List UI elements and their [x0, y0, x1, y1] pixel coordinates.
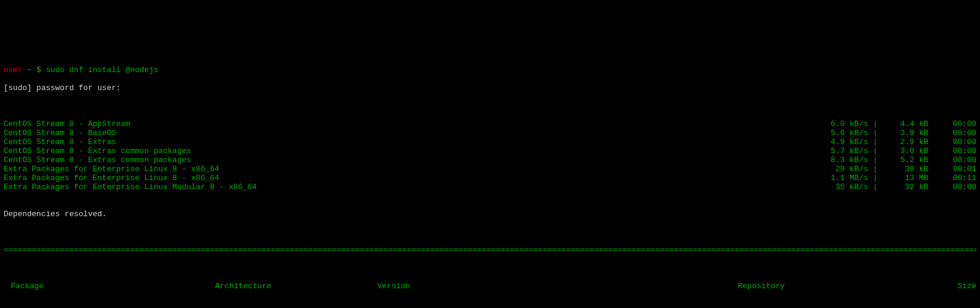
repo-name: CentOS Stream 8 - AppStream — [4, 119, 820, 128]
deps-resolved: Dependencies resolved. — [4, 210, 976, 219]
repo-speed: 6.0 kB/s — [820, 119, 868, 128]
repo-sep: | — [868, 128, 880, 137]
repo-time: 00:00 — [940, 156, 976, 165]
prompt-line: user ~ $ sudo dnf install @nodejs — [4, 56, 976, 74]
sudo-password-line: [sudo] password for user: — [4, 83, 976, 92]
repo-size: 5.2 kB — [880, 156, 940, 165]
repo-size: 2.9 kB — [880, 137, 940, 146]
repo-sep: | — [868, 183, 880, 192]
repo-size: 30 kB — [880, 165, 940, 174]
repo-row: Extra Packages for Enterprise Linux 8 - … — [4, 165, 976, 174]
repo-speed: 5.7 kB/s — [820, 146, 868, 156]
repo-sep: | — [868, 146, 880, 156]
repo-speed: 29 kB/s — [820, 165, 868, 174]
repo-time: 00:00 — [940, 137, 976, 146]
table-header: Package Architecture Version Repository … — [4, 282, 976, 291]
repo-row: CentOS Stream 8 - Extras4.9 kB/s | 2.9 k… — [4, 137, 976, 146]
repo-size: 4.4 kB — [880, 119, 940, 128]
header-package: Package — [11, 282, 215, 291]
repo-speed: 4.9 kB/s — [820, 137, 868, 146]
repo-name: Extra Packages for Enterprise Linux 8 - … — [4, 165, 820, 174]
repo-sep: | — [868, 119, 880, 128]
repo-row: CentOS Stream 8 - Extras common packages… — [4, 156, 976, 165]
repo-size: 3.9 kB — [880, 128, 940, 137]
repo-row: CentOS Stream 8 - BaseOS5.6 kB/s | 3.9 k… — [4, 128, 976, 137]
repo-sep: | — [868, 137, 880, 146]
repo-sep: | — [868, 156, 880, 165]
header-size: Size — [882, 282, 976, 291]
repo-sep: | — [868, 165, 880, 174]
repo-time: 00:00 — [940, 183, 976, 192]
repo-speed: 1.1 MB/s — [820, 174, 868, 183]
repo-name: CentOS Stream 8 - Extras common packages — [4, 146, 820, 156]
repo-size: 32 kB — [880, 183, 940, 192]
repo-speed: 5.6 kB/s — [820, 128, 868, 137]
prompt-dollar: $ — [37, 65, 41, 74]
header-repo: Repository — [738, 282, 882, 291]
header-version: Version — [377, 282, 738, 291]
repo-size: 3.0 kB — [880, 146, 940, 156]
repo-name: Extra Packages for Enterprise Linux 8 - … — [4, 174, 820, 183]
repo-name: Extra Packages for Enterprise Linux Modu… — [4, 183, 820, 192]
repo-size: 13 MB — [880, 174, 940, 183]
prompt-tilde: ~ — [27, 65, 32, 74]
repo-time: 00:00 — [940, 146, 976, 156]
repo-row: CentOS Stream 8 - AppStream6.0 kB/s | 4.… — [4, 119, 976, 128]
repo-time: 00:00 — [940, 128, 976, 137]
repo-row: Extra Packages for Enterprise Linux 8 - … — [4, 174, 976, 183]
header-arch: Architecture — [215, 282, 377, 291]
repo-name: CentOS Stream 8 - Extras — [4, 137, 820, 146]
divider: ========================================… — [4, 246, 976, 255]
repo-row: CentOS Stream 8 - Extras common packages… — [4, 146, 976, 156]
repo-time: 00:11 — [940, 174, 976, 183]
repo-time: 00:01 — [940, 165, 976, 174]
repo-time: 00:00 — [940, 119, 976, 128]
repo-row: Extra Packages for Enterprise Linux Modu… — [4, 183, 976, 192]
repo-name: CentOS Stream 8 - Extras common packages — [4, 156, 820, 165]
prompt-command: sudo dnf install @nodejs — [46, 65, 158, 74]
repo-name: CentOS Stream 8 - BaseOS — [4, 128, 820, 137]
prompt-user: user — [4, 65, 22, 74]
repo-speed: 35 kB/s — [820, 183, 868, 192]
repo-speed: 8.3 kB/s — [820, 156, 868, 165]
repo-sep: | — [868, 174, 880, 183]
